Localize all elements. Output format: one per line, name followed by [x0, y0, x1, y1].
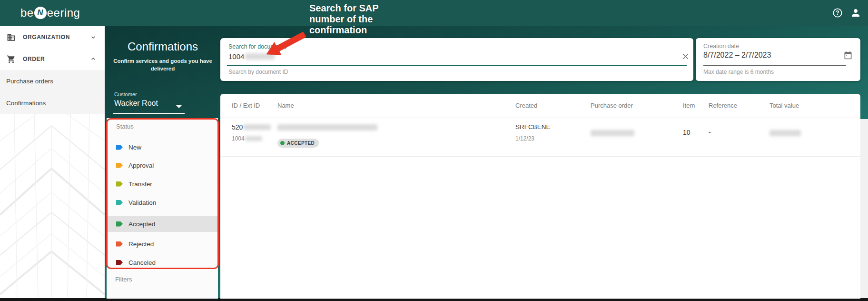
- column-header-total-value: Total value: [769, 102, 799, 109]
- left-navigation: ORGANIZATION ORDER Purchase orders Confi…: [0, 26, 105, 301]
- sidebar-item-purchase-orders[interactable]: Purchase orders: [0, 70, 105, 92]
- status-badge-label: ACCEPTED: [287, 140, 315, 146]
- sidebar-item-label: ORGANIZATION: [23, 34, 70, 40]
- calendar-icon: [843, 50, 853, 60]
- column-header-reference: Reference: [709, 102, 737, 109]
- cell-external-id: 1004: [232, 135, 262, 142]
- status-label: Accepted: [128, 221, 155, 228]
- redacted-document-id: [243, 124, 271, 130]
- sidebar-item-organization[interactable]: ORGANIZATION: [0, 26, 105, 48]
- search-input-underline: [227, 65, 687, 66]
- account-button[interactable]: [850, 7, 861, 19]
- page-title: Confirmations: [107, 40, 219, 53]
- creation-date-card: Creation date 8/7/2022 – 2/7/2023 Max da…: [696, 38, 860, 81]
- search-helper-text: Search by document ID: [228, 69, 288, 75]
- order-submenu: Purchase orders Confirmations: [0, 70, 105, 114]
- column-header-id: ID / Ext ID: [232, 102, 260, 109]
- status-dot-icon: [280, 141, 285, 145]
- chevron-down-icon[interactable]: [89, 33, 97, 41]
- search-input-label: Search for documents: [228, 43, 286, 50]
- status-label: New: [128, 144, 141, 151]
- status-filter-new[interactable]: New: [107, 139, 218, 155]
- column-header-item: Item: [683, 102, 695, 109]
- cell-document-id: 520: [232, 123, 271, 131]
- search-input[interactable]: 1004: [228, 52, 275, 60]
- search-value-text: 1004: [228, 52, 244, 60]
- filters-heading: Filters: [115, 276, 132, 283]
- confirmations-table: ID / Ext ID Name Created Purchase order …: [220, 94, 860, 299]
- cell-reference: -: [709, 129, 711, 136]
- search-card: Search for documents 1004 Search by docu…: [220, 38, 693, 81]
- cell-created-ref: SRFCBENE: [515, 123, 551, 130]
- clear-search-button[interactable]: [680, 51, 690, 61]
- customer-select-underline: [113, 113, 185, 114]
- document-id-text: 520: [232, 123, 243, 131]
- annotation-line: number of the: [309, 14, 424, 25]
- cell-item: 10: [683, 129, 690, 136]
- sidebar-item-label: ORDER: [23, 56, 45, 62]
- status-tag-icon: [116, 241, 123, 247]
- annotation-line: Search for SAP: [309, 3, 424, 14]
- cell-created-date: 1/12/23: [515, 135, 534, 142]
- status-filter-transfer[interactable]: Transfer: [107, 176, 218, 192]
- sidebar-subitem-label: Confirmations: [6, 100, 46, 107]
- sidebar-item-order[interactable]: ORDER: [0, 48, 105, 70]
- customer-select-label: Customer: [114, 91, 137, 97]
- status-filter-approval[interactable]: Approval: [107, 157, 218, 173]
- column-header-purchase-order: Purchase order: [591, 102, 633, 109]
- redacted-total-value: [769, 130, 801, 136]
- cart-icon: [7, 55, 16, 64]
- status-heading: Status: [116, 123, 134, 130]
- status-label: Transfer: [128, 181, 152, 188]
- building-watermark-image: [0, 112, 105, 298]
- vertical-scrollbar[interactable]: [860, 119, 868, 299]
- redacted-purchase-order: [591, 130, 634, 136]
- status-filter-panel: Status New Approval Transfer Validation …: [107, 118, 218, 299]
- status-filter-accepted[interactable]: Accepted: [107, 216, 218, 232]
- column-header-created: Created: [515, 102, 537, 109]
- column-header-name: Name: [277, 102, 294, 109]
- building-icon: [7, 33, 16, 42]
- chevron-up-icon[interactable]: [89, 55, 97, 63]
- status-filter-validation[interactable]: Validation: [107, 194, 218, 211]
- logo-n-icon: N: [34, 7, 47, 19]
- close-icon: [682, 53, 689, 60]
- svg-text:?: ?: [836, 10, 839, 16]
- status-label: Rejected: [128, 241, 154, 248]
- status-label: Approval: [128, 162, 154, 169]
- status-tag-icon: [116, 145, 123, 150]
- open-datepicker-button[interactable]: [843, 50, 853, 60]
- logo-text-post: eering: [47, 6, 80, 20]
- status-tag-icon: [116, 221, 123, 227]
- status-badge: ACCEPTED: [277, 139, 319, 148]
- select-caret-icon[interactable]: [176, 105, 182, 108]
- date-input-underline: [703, 65, 846, 66]
- status-tag-icon: [116, 260, 123, 265]
- date-range-input[interactable]: 8/7/2022 – 2/7/2023: [703, 51, 771, 60]
- logo-text-pre: be: [20, 6, 34, 20]
- external-id-text: 1004: [232, 135, 245, 142]
- help-icon: ?: [832, 8, 843, 18]
- redacted-name: [277, 124, 377, 130]
- table-row[interactable]: 520 1004 ACCEPTED SRFCBENE 1/12/23 10 -: [220, 118, 860, 157]
- annotation-text: Search for SAP number of the confirmatio…: [309, 3, 424, 36]
- sidebar-subitem-label: Purchase orders: [6, 78, 53, 85]
- redacted-search-value: [245, 53, 275, 60]
- status-filter-rejected[interactable]: Rejected: [107, 236, 218, 252]
- table-header-row: ID / Ext ID Name Created Purchase order …: [220, 94, 860, 118]
- top-app-bar: beNeering ?: [0, 0, 868, 26]
- status-label: Canceled: [128, 259, 156, 266]
- sidebar-item-confirmations[interactable]: Confirmations: [0, 92, 105, 114]
- date-helper-text: Max date range is 6 months: [703, 69, 774, 75]
- status-filter-canceled[interactable]: Canceled: [107, 254, 218, 271]
- annotation-line: confirmation: [309, 25, 424, 36]
- beneering-logo[interactable]: beNeering: [20, 6, 80, 20]
- status-tag-icon: [116, 200, 123, 205]
- customer-select[interactable]: Wacker Root: [114, 99, 158, 108]
- help-button[interactable]: ?: [832, 7, 843, 19]
- app-window: beNeering ?: [0, 0, 868, 301]
- status-label: Validation: [128, 199, 156, 206]
- redacted-external-id: [245, 136, 262, 141]
- page-subtitle: Confirm services and goods you have deli…: [111, 57, 214, 72]
- status-tag-icon: [116, 181, 123, 187]
